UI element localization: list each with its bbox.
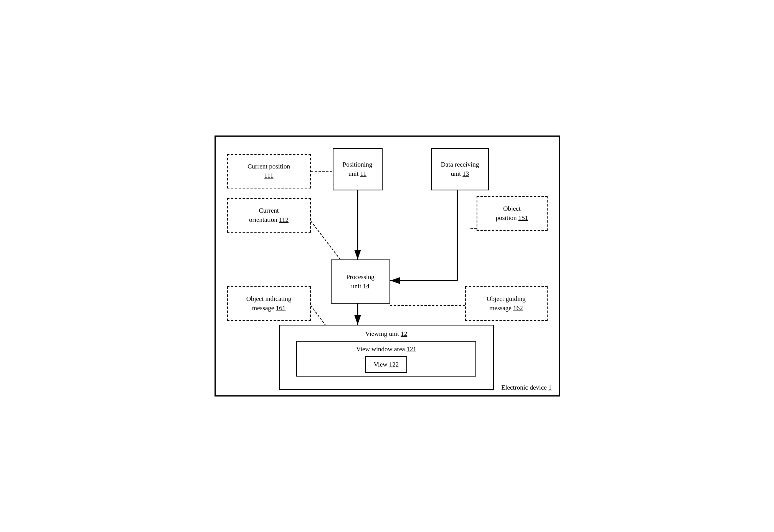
view-label: View 122	[374, 361, 399, 368]
viewing-unit-label: Viewing unit 12	[365, 330, 407, 337]
electronic-device-label: Electronic device 1	[501, 384, 551, 392]
positioning-unit-label: Positioningunit 11	[343, 160, 372, 178]
object-guiding-number: 162	[513, 304, 523, 312]
object-position-label: Objectposition 151	[496, 204, 528, 223]
current-orientation-number: 112	[279, 216, 289, 223]
view-window-label: View window area 121	[356, 345, 416, 353]
processing-unit-box: Processingunit 14	[331, 259, 390, 304]
view-number: 122	[389, 361, 399, 368]
view-window-number: 121	[407, 345, 417, 353]
object-indicating-box: Object indicatingmessage 161	[227, 286, 311, 321]
viewing-unit-box: Viewing unit 12 View window area 121 Vie…	[279, 325, 494, 390]
current-position-box: Current position111	[227, 154, 311, 188]
processing-unit-number: 14	[363, 283, 370, 290]
object-position-box: Objectposition 151	[477, 196, 548, 231]
viewing-unit-number: 12	[401, 330, 407, 337]
electronic-device-number: 1	[548, 384, 552, 391]
positioning-unit-box: Positioningunit 11	[333, 148, 383, 190]
current-position-label: Current position111	[248, 162, 290, 180]
object-position-number: 151	[518, 214, 528, 221]
processing-unit-label: Processingunit 14	[346, 273, 375, 291]
object-indicating-number: 161	[276, 304, 286, 312]
object-guiding-label: Object guidingmessage 162	[487, 294, 526, 313]
data-receiving-unit-label: Data receivingunit 13	[441, 160, 479, 178]
object-indicating-label: Object indicatingmessage 161	[246, 294, 292, 313]
positioning-unit-number: 11	[360, 170, 366, 177]
current-orientation-box: Currentorientation 112	[227, 198, 311, 233]
object-guiding-box: Object guidingmessage 162	[465, 286, 548, 321]
current-position-number: 111	[264, 172, 273, 179]
current-orientation-label: Currentorientation 112	[249, 206, 289, 225]
data-receiving-unit-box: Data receivingunit 13	[431, 148, 489, 190]
electronic-device-text: Electronic device 1	[501, 384, 551, 391]
data-receiving-unit-number: 13	[462, 170, 469, 177]
diagram-container: Positioningunit 11 Data receivingunit 13…	[215, 135, 560, 397]
